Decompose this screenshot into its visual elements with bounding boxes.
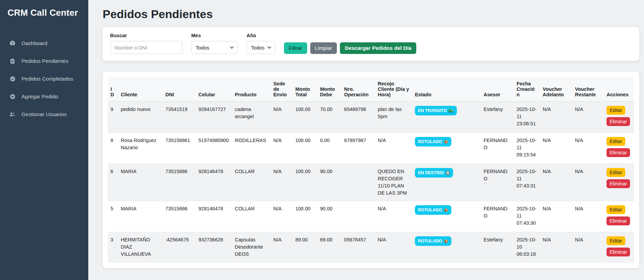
edit-button[interactable]: Editar	[606, 137, 625, 146]
table-row: 8Rosa Rodríguez Nazario73515886151974980…	[108, 133, 634, 164]
cell-dni: 73541519	[163, 102, 196, 133]
cell-monto_total: 100.00	[293, 133, 317, 164]
table-header-row: IDClienteDNICelularProductoSede de Envío…	[108, 77, 634, 102]
month-select-value: Todos	[196, 45, 209, 51]
cell-producto: cadena arcangel	[232, 102, 271, 133]
edit-button[interactable]: Editar	[606, 168, 625, 177]
cell-estado: ROTULADO	[412, 201, 481, 232]
column-header: Recojo Cliente (Día y Hora)	[375, 77, 412, 102]
cell-asesor: FERNANDO	[481, 164, 514, 201]
table-row: 9pedido nuevo735415199284167727cadena ar…	[108, 102, 634, 133]
cell-fecha: 2025-10-11 07:43:31	[514, 164, 540, 201]
sidebar-item-label: Gestionar Usuarios	[21, 111, 67, 117]
table-row: 3HERMITAÑO DIAZ VILLANUEVA:4256467593273…	[108, 232, 634, 263]
cell-producto: Capsulas Desodorante DEOS	[232, 232, 271, 263]
cell-recojo: N/A	[375, 133, 412, 164]
clipboard-icon	[9, 58, 16, 64]
cell-monto_total: 100.00	[293, 102, 317, 133]
cell-id: 6	[108, 164, 118, 201]
cell-cliente: HERMITAÑO DIAZ VILLANUEVA	[118, 232, 163, 263]
cell-voucher_adelanto: N/A	[540, 232, 572, 263]
sidebar-item-pedidos-pendientes[interactable]: Pedidos Pendientes	[0, 54, 88, 68]
sidebar-item-label: Pedidos Pendientes	[21, 58, 69, 64]
sidebar: CRM Call Center Dashboard Pedidos Pendie…	[0, 0, 88, 280]
cell-estado: EN DESTINO	[412, 164, 481, 201]
column-header: Voucher Adelanto	[540, 77, 572, 102]
column-header: ID	[108, 77, 118, 102]
year-select[interactable]: Todos	[246, 41, 275, 54]
cell-sede: N/A	[271, 164, 293, 201]
cell-recojo: QUEDO EN RECOGER 11/10 PLAN DE LAS 3PM	[375, 164, 412, 201]
cell-fecha: 2025-10-11 09:15:54	[514, 133, 540, 164]
column-header: Celular	[196, 77, 232, 102]
cell-cliente: MARIA	[118, 201, 163, 232]
cell-acciones: EditarEliminar	[604, 164, 634, 201]
cell-celular: 9284167727	[196, 102, 232, 133]
cell-fecha: 2025-10-10 06:03:18	[514, 232, 540, 263]
column-header: Acciones	[604, 77, 634, 102]
status-badge: ROTULADO	[415, 137, 451, 146]
truck-icon	[448, 109, 454, 113]
cell-acciones: EditarEliminar	[604, 102, 634, 133]
column-header: Estado	[412, 77, 481, 102]
cell-asesor: FERNANDO	[481, 133, 514, 164]
status-label: ROTULADO	[418, 238, 442, 244]
status-label: ROTULADO	[418, 207, 442, 213]
sidebar-item-gestionar-usuarios[interactable]: Gestionar Usuarios	[0, 107, 88, 122]
status-label: EN TRANSITO	[418, 108, 447, 114]
cell-voucher_restante: N/A	[572, 201, 604, 232]
table-row: 6MARIA73515886928146478COLLARN/A100.0090…	[108, 164, 634, 201]
cell-monto_debe: 0.00	[317, 133, 342, 164]
sidebar-nav: Dashboard Pedidos Pendientes Pedidos Com…	[0, 36, 88, 122]
year-select-value: Todos	[251, 45, 265, 51]
delete-button[interactable]: Eliminar	[606, 179, 630, 188]
cell-dni: 73515886	[163, 201, 196, 232]
cell-voucher_adelanto: N/A	[540, 201, 572, 232]
chevron-down-icon	[267, 45, 271, 48]
download-orders-button[interactable]: Descargar Pedidos del Día	[340, 42, 416, 54]
package-icon	[444, 239, 448, 243]
sidebar-item-label: Dashboard	[21, 40, 47, 46]
filter-panel: Buscar Mes Todos Año Todos Filtrar Limpi…	[103, 27, 639, 61]
status-badge: EN DESTINO	[415, 168, 453, 178]
sidebar-item-pedidos-completados[interactable]: Pedidos Completados	[0, 71, 88, 86]
page-title: Pedidos Pendientes	[103, 8, 639, 21]
sidebar-item-dashboard[interactable]: Dashboard	[0, 36, 88, 51]
status-badge: EN TRANSITO	[415, 106, 457, 115]
column-header: Voucher Restante	[572, 77, 604, 102]
orders-table-card: IDClienteDNICelularProductoSede de Envío…	[103, 72, 639, 268]
cell-monto_debe: 90.00	[317, 201, 342, 232]
edit-button[interactable]: Editar	[606, 106, 625, 115]
clear-button[interactable]: Limpiar	[310, 42, 337, 54]
search-input[interactable]	[110, 41, 182, 54]
year-label: Año	[246, 33, 275, 38]
filter-button[interactable]: Filtrar	[284, 42, 307, 54]
delete-button[interactable]: Eliminar	[606, 216, 630, 225]
cell-estado: ROTULADO	[412, 232, 481, 263]
column-header: DNI	[163, 77, 196, 102]
edit-button[interactable]: Editar	[606, 236, 625, 245]
cell-sede: N/A	[271, 133, 293, 164]
package-icon	[444, 140, 448, 144]
delete-button[interactable]: Eliminar	[606, 248, 630, 256]
cell-id: 5	[108, 201, 118, 232]
cell-voucher_adelanto: N/A	[540, 164, 572, 201]
cell-acciones: EditarEliminar	[604, 201, 634, 232]
delete-button[interactable]: Eliminar	[606, 117, 630, 126]
cell-sede: N/A	[271, 102, 293, 133]
cell-celular: 928146478	[196, 164, 232, 201]
chevron-down-icon	[230, 45, 234, 48]
cell-asesor: Estefany	[481, 102, 514, 133]
cell-dni: 73515886	[163, 164, 196, 201]
edit-button[interactable]: Editar	[606, 205, 625, 214]
cell-acciones: EditarEliminar	[604, 133, 634, 164]
app-title: CRM Call Center	[0, 0, 88, 22]
building-icon	[446, 171, 450, 175]
cell-monto_debe: 69.00	[317, 232, 342, 263]
cell-recojo: plan de las 5pm	[375, 102, 412, 133]
cell-monto_debe: 90.00	[317, 164, 342, 201]
cell-dni: :42564675	[163, 232, 196, 263]
month-select[interactable]: Todos	[191, 41, 238, 54]
delete-button[interactable]: Eliminar	[606, 148, 630, 157]
sidebar-item-agregar-pedido[interactable]: Agregar Pedido	[0, 89, 88, 104]
